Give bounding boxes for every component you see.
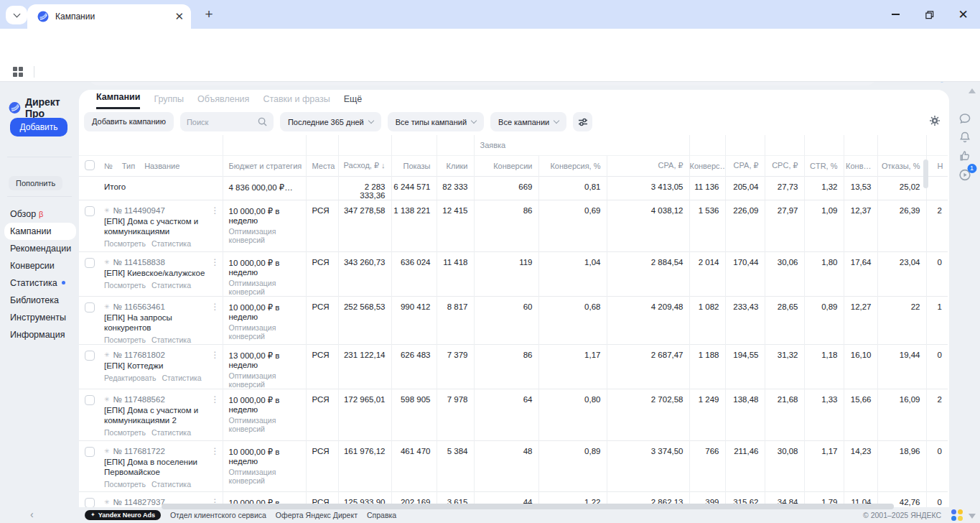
row-checkbox[interactable] [85, 206, 95, 216]
browser-tab[interactable]: Кампании ✕ [27, 4, 191, 29]
collapse-sidebar-icon[interactable]: ‹ [30, 509, 34, 520]
row-action-link[interactable]: Посмотреть [104, 335, 146, 344]
row-menu-icon[interactable]: ⋮ [211, 207, 220, 214]
col-header-conv-3[interactable]: Конв… [844, 155, 877, 176]
col-header-cpc[interactable]: CPC, ₽ [765, 155, 804, 176]
tab-close-icon[interactable]: ✕ [174, 10, 184, 23]
search-input[interactable] [187, 118, 258, 126]
sidebar-item-statistics[interactable]: Статистика [4, 274, 76, 292]
add-button[interactable]: Добавить [10, 118, 67, 136]
thumbs-up-icon[interactable] [958, 149, 971, 162]
table-settings-button[interactable] [929, 115, 941, 126]
campaign-name[interactable]: [ЕПК] Дома с участком и коммуникациями [101, 216, 223, 236]
col-header-conversions[interactable]: Конверсии [474, 155, 538, 176]
col-header-ctr[interactable]: CTR, % [804, 155, 844, 176]
direct-pro-logo[interactable]: Директ Про [9, 96, 79, 119]
minimize-button[interactable] [879, 0, 913, 29]
row-menu-icon[interactable]: ⋮ [211, 448, 220, 455]
campaign-id-link[interactable]: № 117681802 [113, 351, 207, 359]
campaign-type-dropdown[interactable]: Все типы кампаний [388, 112, 484, 131]
row-stats-link[interactable]: Статистика [151, 480, 191, 489]
apps-grid-icon[interactable] [13, 67, 23, 77]
row-checkbox[interactable] [85, 498, 95, 508]
onboarding-play-icon[interactable]: 1 [958, 168, 971, 182]
yandex-services-icons[interactable] [951, 509, 963, 521]
row-stats-link[interactable]: Статистика [151, 335, 191, 344]
campaign-name[interactable]: [ЕПК] Дома с участком и коммуникациями 2 [101, 405, 223, 425]
chat-icon[interactable] [958, 112, 971, 125]
row-stats-link[interactable]: Статистика [151, 428, 191, 437]
campaign-name[interactable]: [ЕПК] Коттеджи [101, 361, 223, 371]
close-button[interactable]: ✕ [946, 0, 980, 29]
col-header-places[interactable]: Места [306, 155, 338, 176]
row-stats-link[interactable]: Статистика [162, 374, 202, 382]
row-action-link[interactable]: Редактировать [104, 374, 157, 382]
col-header-shows[interactable]: Показы [391, 155, 437, 176]
row-checkbox[interactable] [85, 395, 95, 405]
row-action-link[interactable]: Посмотреть [104, 281, 146, 290]
tab-bids-phrases[interactable]: Ставки и фразы [263, 94, 330, 109]
row-checkbox[interactable] [85, 351, 95, 361]
row-action-link[interactable]: Посмотреть [104, 428, 146, 437]
filters-button[interactable] [573, 112, 592, 131]
new-tab-button[interactable]: + [201, 6, 217, 22]
campaign-name[interactable]: [ЕПК] Киевское/калужское [101, 268, 223, 278]
restore-button[interactable] [913, 0, 946, 29]
sidebar-item-recommendations[interactable]: Рекомендации [4, 240, 76, 257]
search-box[interactable] [180, 112, 274, 131]
sidebar-item-tools[interactable]: Инструменты [4, 309, 76, 326]
sidebar-item-conversions[interactable]: Конверсии [4, 257, 76, 274]
row-checkbox[interactable] [85, 258, 95, 268]
row-menu-icon[interactable]: ⋮ [211, 396, 220, 403]
col-header-cost[interactable]: Расход, ₽ ↓ [338, 155, 391, 176]
bell-icon[interactable] [958, 131, 971, 144]
row-checkbox[interactable] [85, 447, 95, 457]
campaign-id-link[interactable]: № 114490947 [113, 206, 207, 215]
col-header-bounce[interactable]: Отказы, % [877, 155, 926, 176]
row-stats-link[interactable]: Статистика [151, 239, 191, 248]
campaign-name[interactable]: [ЕПК] На запросы конкурентов [101, 313, 223, 333]
client-service-link[interactable]: Отдел клиентского сервиса [170, 511, 266, 519]
campaign-filter-dropdown[interactable]: Все кампании [490, 112, 566, 131]
sidebar-item-overview[interactable]: Обзорβ [4, 205, 76, 223]
campaign-name[interactable]: [ЕПК] Дома в поселении Первомайское [101, 457, 223, 477]
row-stats-link[interactable]: Статистика [151, 281, 191, 290]
offer-link[interactable]: Оферта Яндекс Директ [276, 511, 358, 519]
campaign-id-link[interactable]: № 114158838 [113, 258, 207, 267]
select-all-checkbox[interactable] [85, 160, 95, 170]
campaign-id-link[interactable]: № 117488562 [113, 395, 207, 404]
col-header-name[interactable]: Название [144, 162, 179, 170]
col-header-conversion-rate[interactable]: Конверсия, % [538, 155, 607, 176]
col-header-conversions-2[interactable]: Конверс… [689, 155, 725, 176]
neuro-ads-badge[interactable]: ✦Yandex Neuro Ads [85, 510, 161, 520]
col-header-type[interactable]: Тип [122, 162, 135, 170]
help-link[interactable]: Справка [367, 511, 396, 519]
row-action-link[interactable]: Посмотреть [104, 480, 146, 489]
col-header-cut[interactable]: Н [926, 155, 948, 176]
campaign-id-link[interactable]: № 116563461 [113, 302, 207, 311]
col-header-number[interactable]: № [104, 162, 113, 170]
campaign-id-link[interactable]: № 117681722 [113, 447, 207, 455]
topup-button[interactable]: Пополнить [9, 176, 62, 190]
vertical-scrollbar[interactable] [923, 159, 928, 188]
sidebar-item-campaigns[interactable]: Кампании [4, 223, 76, 240]
scroll-up-icon[interactable] [969, 88, 976, 93]
row-menu-icon[interactable]: ⋮ [211, 303, 220, 310]
tab-campaigns[interactable]: Кампании [96, 92, 140, 109]
row-action-link[interactable]: Посмотреть [104, 239, 146, 248]
add-campaign-button[interactable]: Добавить кампанию [84, 112, 174, 131]
tab-groups[interactable]: Группы [154, 94, 184, 109]
tab-ads[interactable]: Объявления [197, 94, 249, 109]
col-header-cpa[interactable]: CPA, ₽ [607, 155, 689, 176]
date-range-dropdown[interactable]: Последние 365 дней [280, 112, 381, 131]
sidebar-item-library[interactable]: Библиотека [4, 292, 76, 309]
col-header-budget[interactable]: Бюджет и стратегия [223, 155, 306, 176]
scroll-down-icon[interactable] [969, 514, 976, 519]
tab-more[interactable]: Ещё [344, 94, 363, 109]
sidebar-item-information[interactable]: Информация [4, 326, 76, 343]
col-header-clicks[interactable]: Клики [437, 155, 474, 176]
row-menu-icon[interactable]: ⋮ [211, 351, 220, 358]
tab-search-button[interactable] [6, 6, 27, 24]
row-menu-icon[interactable]: ⋮ [211, 259, 220, 266]
col-header-cpa-2[interactable]: CPA, ₽ [725, 155, 765, 176]
